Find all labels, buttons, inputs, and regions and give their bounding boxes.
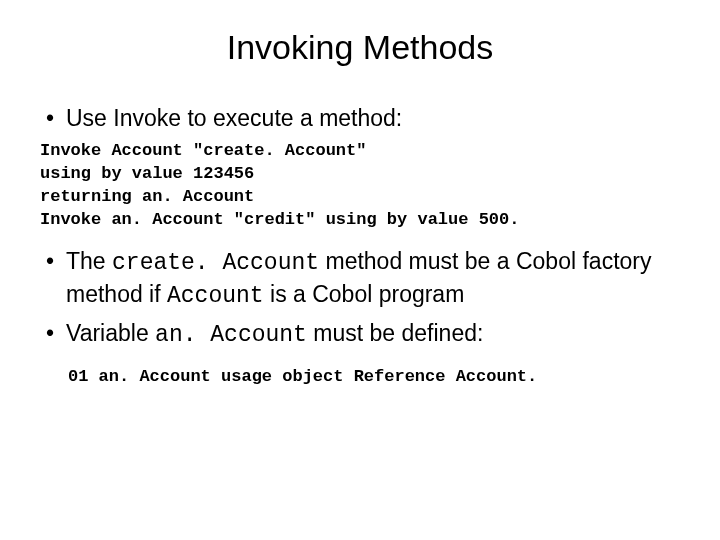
bullet-list: Use Invoke to execute a method:: [40, 103, 680, 134]
code-block-2: 01 an. Account usage object Reference Ac…: [40, 367, 680, 386]
bullet-3-text-2: must be defined:: [307, 320, 483, 346]
code-line-4: Invoke an. Account "credit" using by val…: [40, 210, 519, 229]
code-line-3: returning an. Account: [40, 187, 254, 206]
code-block-1: Invoke Account "create. Account" using b…: [40, 140, 680, 232]
bullet-3-text-1: Variable: [66, 320, 155, 346]
bullet-3-code-1: an. Account: [155, 322, 307, 348]
slide-title: Invoking Methods: [100, 28, 620, 67]
bullet-2-text-3: is a Cobol program: [264, 281, 465, 307]
bullet-3: Variable an. Account must be defined:: [40, 318, 680, 351]
bullet-2: The create. Account method must be a Cob…: [40, 246, 680, 312]
bullet-2-text-1: The: [66, 248, 112, 274]
bullet-list-2: The create. Account method must be a Cob…: [40, 246, 680, 351]
bullet-2-code-1: create. Account: [112, 250, 319, 276]
code-line-1: Invoke Account "create. Account": [40, 141, 366, 160]
code-line-2: using by value 123456: [40, 164, 254, 183]
bullet-1: Use Invoke to execute a method:: [40, 103, 680, 134]
bullet-2-code-2: Account: [167, 283, 264, 309]
